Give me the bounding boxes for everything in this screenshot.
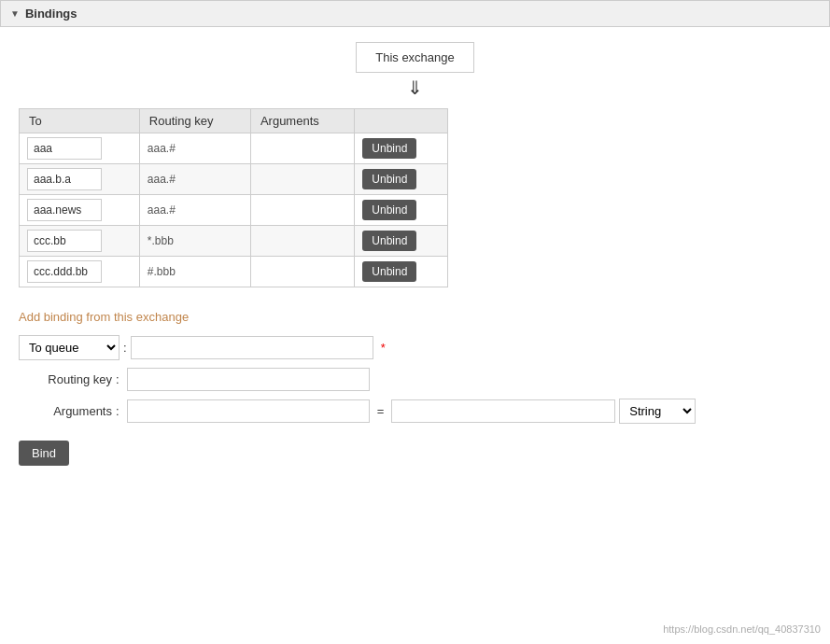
table-row: aaaaaa.#Unbind xyxy=(20,133,448,164)
flow-arrow: ⇓ xyxy=(407,77,423,99)
col-header-arguments: Arguments xyxy=(250,109,354,133)
arguments-cell xyxy=(250,257,354,287)
to-cell: aaa.b.a xyxy=(20,164,140,195)
unbind-button[interactable]: Unbind xyxy=(362,138,416,159)
action-cell: Unbind xyxy=(355,164,448,195)
bindings-section-body: This exchange ⇓ To Routing key Arguments… xyxy=(0,27,830,484)
col-header-to: To xyxy=(20,109,140,133)
section-title: Bindings xyxy=(25,7,77,21)
routing-key-cell: *.bbb xyxy=(139,226,250,257)
routing-key-cell: #.bbb xyxy=(139,257,250,287)
arguments-label: Arguments xyxy=(19,404,112,418)
to-cell: aaa.news xyxy=(20,195,140,226)
to-queue-select[interactable]: To queue To exchange xyxy=(19,335,120,360)
unbind-button[interactable]: Unbind xyxy=(362,261,416,282)
arguments-cell xyxy=(250,164,354,195)
routing-key-cell: aaa.# xyxy=(139,195,250,226)
action-cell: Unbind xyxy=(355,226,448,257)
to-cell: ccc.bb xyxy=(20,226,140,257)
arguments-colon: : xyxy=(116,404,120,418)
eq-sign: = xyxy=(377,404,385,418)
action-cell: Unbind xyxy=(355,195,448,226)
queue-name: aaa.b.a xyxy=(27,168,102,190)
routing-key-row: Routing key : xyxy=(19,368,811,391)
to-cell: ccc.ddd.bb xyxy=(20,257,140,287)
table-row: ccc.ddd.bb#.bbbUnbind xyxy=(20,257,448,287)
to-cell: aaa xyxy=(20,133,140,164)
bindings-section-header: ▼ Bindings xyxy=(0,0,830,27)
unbind-button[interactable]: Unbind xyxy=(362,169,416,189)
arguments-cell xyxy=(250,195,354,226)
arguments-key-input[interactable] xyxy=(127,399,370,423)
type-select[interactable]: String Number Boolean xyxy=(619,399,696,424)
queue-name: aaa xyxy=(27,137,102,160)
add-binding-section: Add binding from this exchange To queue … xyxy=(19,310,811,466)
bindings-table: To Routing key Arguments aaaaaa.#Unbinda… xyxy=(19,108,448,287)
action-cell: Unbind xyxy=(355,257,448,287)
add-binding-title: Add binding from this exchange xyxy=(19,310,811,324)
table-row: ccc.bb*.bbbUnbind xyxy=(20,226,448,257)
unbind-button[interactable]: Unbind xyxy=(362,200,416,220)
col-header-routing-key: Routing key xyxy=(139,109,250,133)
routing-key-input[interactable] xyxy=(127,368,370,391)
exchange-flow-diagram: This exchange ⇓ xyxy=(19,42,811,99)
action-cell: Unbind xyxy=(355,133,448,164)
routing-key-cell: aaa.# xyxy=(139,164,250,195)
unbind-button[interactable]: Unbind xyxy=(362,231,416,251)
table-row: aaa.b.aaaa.#Unbind xyxy=(20,164,448,195)
routing-key-colon: : xyxy=(116,372,120,386)
bind-button-row: Bind xyxy=(19,431,811,466)
queue-name: ccc.ddd.bb xyxy=(27,260,102,283)
to-queue-input[interactable] xyxy=(131,336,373,359)
queue-name: ccc.bb xyxy=(27,230,102,252)
routing-key-label: Routing key xyxy=(19,372,112,386)
table-row: aaa.newsaaa.#Unbind xyxy=(20,195,448,226)
routing-key-cell: aaa.# xyxy=(139,133,250,164)
collapse-triangle-icon[interactable]: ▼ xyxy=(10,8,20,19)
to-queue-row: To queue To exchange : * xyxy=(19,335,811,360)
arguments-cell xyxy=(250,226,354,257)
arguments-cell xyxy=(250,133,354,164)
arguments-value-input[interactable] xyxy=(391,399,615,423)
queue-name: aaa.news xyxy=(27,199,102,221)
bind-button[interactable]: Bind xyxy=(19,441,69,466)
this-exchange-box: This exchange xyxy=(356,42,474,73)
arguments-row: Arguments : = String Number Boolean xyxy=(19,399,811,424)
required-indicator: * xyxy=(381,341,386,355)
to-queue-colon: : xyxy=(123,341,127,355)
col-header-action xyxy=(355,109,448,133)
